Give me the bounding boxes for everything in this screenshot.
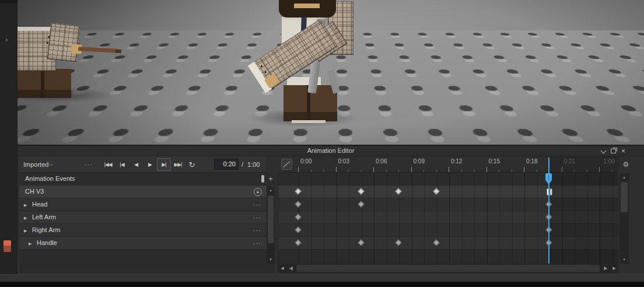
track-row-rig-root[interactable]: CH V3 +	[19, 186, 275, 198]
tracklist-scrollbar[interactable]: ▲ ▼	[267, 186, 275, 264]
scroll-left-icon[interactable]: ◀	[278, 264, 286, 273]
beard	[290, 8, 323, 17]
add-event-button[interactable]: +	[267, 174, 275, 184]
track-list: Animation Events + CH V3 + ▶ Head ··· ▶ …	[19, 173, 275, 264]
scrollbar-thumb[interactable]	[268, 195, 274, 243]
track-row-left-arm[interactable]: ▶ Left Arm ···	[19, 211, 275, 224]
ruler-tick	[599, 167, 600, 172]
grid-line	[312, 173, 312, 264]
collapse-panel-icon[interactable]	[601, 149, 606, 153]
loop-toggle-button[interactable]: ↻	[185, 158, 199, 171]
ruler-tick	[411, 167, 412, 172]
step-right-icon[interactable]: |▶	[601, 264, 610, 273]
track-menu-button[interactable]: ···	[251, 224, 263, 237]
overflow-menu-button[interactable]: ···	[85, 156, 93, 173]
scrollbar-thumb[interactable]	[296, 265, 600, 272]
collapse-chevron-icon[interactable]: ›	[5, 35, 8, 44]
ruler-tick	[386, 170, 387, 172]
timeline-horizontal-scrollbar[interactable]: ◀ ◀| |▶ ▶	[278, 264, 618, 273]
scrollbar-thumb[interactable]	[621, 182, 628, 212]
expand-arrow-icon[interactable]: ▶	[24, 224, 27, 237]
close-icon[interactable]: ×	[621, 148, 625, 154]
ruler-label: 0:15	[489, 158, 500, 164]
ruler-tick	[398, 170, 399, 172]
rail-top-edge	[0, 0, 18, 4]
grid-line	[437, 173, 438, 264]
ruler-label: 0:03	[338, 158, 349, 164]
step-left-icon[interactable]: ◀|	[286, 264, 295, 273]
grid-line	[562, 173, 563, 264]
ruler-tick	[474, 170, 474, 172]
editor-toolbar: Imported·· ··· |◀◀ |◀ ◀ ▶ ▶| ▶▶| ↻ 0:20 …	[19, 156, 266, 173]
ruler-end-label: 1:00	[604, 158, 615, 164]
track-menu-button[interactable]: ···	[251, 198, 263, 211]
grid-line	[374, 173, 374, 264]
scroll-down-icon[interactable]: ▼	[620, 256, 629, 264]
timeline-row	[278, 237, 618, 250]
baseplate-floor[interactable]	[18, 0, 644, 30]
grid-line	[462, 173, 463, 264]
gear-icon[interactable]: ⚙	[621, 160, 631, 169]
ruler-tick	[487, 167, 487, 172]
scroll-up-icon[interactable]: ▲	[267, 186, 275, 194]
track-row-right-arm[interactable]: ▶ Right Arm ···	[19, 224, 275, 237]
scroll-up-icon[interactable]: ▲	[620, 173, 629, 181]
track-row-handle[interactable]: ▶ Handle ···	[19, 237, 275, 250]
clip-name[interactable]: Imported··	[23, 156, 53, 173]
float-window-icon[interactable]	[611, 149, 616, 153]
grid-line	[449, 173, 450, 264]
play-button[interactable]: ▶	[143, 158, 157, 171]
track-menu-button[interactable]: ···	[251, 237, 263, 250]
grid-line	[362, 173, 362, 264]
previous-keyframe-button[interactable]: |◀	[115, 158, 129, 171]
track-label: Left Arm	[32, 211, 56, 224]
timeline-area[interactable]	[278, 173, 618, 264]
selected-tool-indicator[interactable]	[0, 71, 5, 89]
selected-keyframe[interactable]	[547, 188, 552, 195]
grid-line	[524, 173, 525, 264]
ruler-label: 0:06	[376, 158, 387, 164]
ruler-tick	[461, 170, 462, 172]
go-to-last-keyframe-button[interactable]: ▶▶|	[171, 158, 185, 171]
scroll-right-icon[interactable]: ▶	[610, 264, 618, 273]
track-label: Head	[32, 198, 47, 211]
grid-line	[587, 173, 588, 264]
ruler-tick	[348, 170, 349, 172]
add-track-button[interactable]: +	[254, 188, 262, 196]
roblox-studio-window: › Animation Editor × Imported·· ··· |◀◀ …	[0, 0, 644, 287]
expand-arrow-icon[interactable]: ▶	[29, 237, 32, 250]
expand-arrow-icon[interactable]: ▶	[24, 198, 27, 211]
ruler-tick	[424, 170, 424, 172]
ruler-label: 0:18	[526, 158, 537, 164]
expand-arrow-icon[interactable]: ▶	[24, 211, 27, 224]
animation-editor-panel: Animation Editor × Imported·· ··· |◀◀ |◀…	[18, 145, 644, 274]
grid-line	[512, 173, 513, 264]
grid-line	[487, 173, 488, 264]
scroll-down-icon[interactable]: ▼	[267, 256, 275, 264]
timeline-row	[278, 198, 618, 211]
next-keyframe-button[interactable]: ▶|	[157, 158, 171, 171]
current-time-input[interactable]: 0:20	[214, 159, 239, 170]
event-marker-icon[interactable]	[261, 175, 264, 183]
go-to-first-keyframe-button[interactable]: |◀◀	[101, 158, 115, 171]
play-reverse-button[interactable]: ◀	[129, 158, 143, 171]
track-row-head[interactable]: ▶ Head ···	[19, 198, 275, 211]
grid-line	[424, 173, 425, 264]
ruler-tick	[574, 170, 575, 172]
ruler-tick	[562, 167, 562, 172]
timeline-vertical-scrollbar[interactable]: ▲ ▼	[620, 173, 629, 264]
ruler-tick	[499, 170, 499, 172]
timeline-row	[278, 173, 618, 186]
grid-line	[412, 173, 412, 264]
track-menu-button[interactable]: ···	[251, 211, 263, 224]
track-row-animation-events[interactable]: Animation Events +	[19, 173, 275, 186]
panel-titlebar[interactable]: Animation Editor ×	[18, 146, 644, 156]
ruler-label: 0:12	[451, 158, 462, 164]
timeline-ruler[interactable]: 0:000:030:060:090:120:150:180:211:00	[278, 156, 618, 173]
bottom-edge	[0, 282, 644, 287]
3d-viewport[interactable]	[18, 0, 644, 145]
ruler-tick	[323, 170, 324, 172]
timeline-row	[278, 211, 618, 224]
plugin-icon[interactable]	[4, 240, 11, 252]
tracklist-horizontal-scrollbar[interactable]	[19, 264, 275, 273]
